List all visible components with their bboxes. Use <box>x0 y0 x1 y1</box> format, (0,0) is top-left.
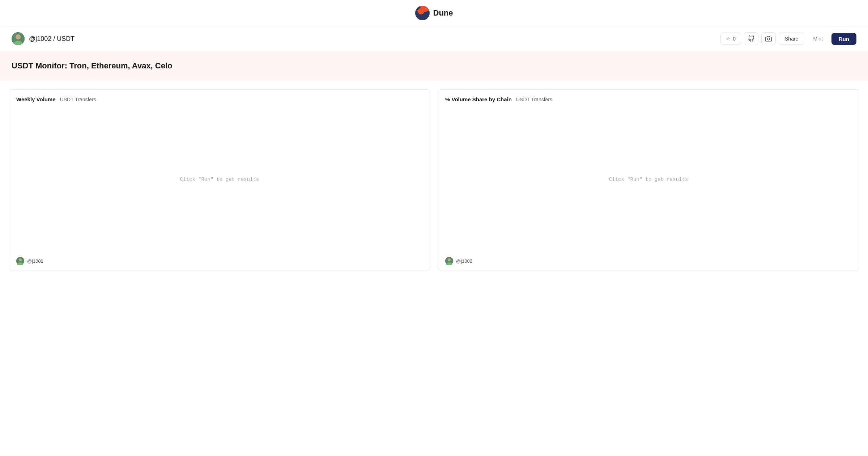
github-button[interactable] <box>744 32 758 45</box>
toolbar-right: ☆ 0 Share Mint Run <box>720 32 856 45</box>
footer-avatar-1 <box>16 257 24 265</box>
page-banner: USDT Monitor: Tron, Ethereum, Avax, Celo <box>0 51 868 81</box>
star-button[interactable]: ☆ 0 <box>720 33 741 45</box>
chart-footer-1: @j1002 <box>9 252 430 270</box>
chart-placeholder-2: Click "Run" to get results <box>609 177 688 182</box>
logo-icon <box>415 6 430 20</box>
star-count: 0 <box>733 36 736 42</box>
star-icon: ☆ <box>726 36 731 42</box>
charts-row: Weekly Volume USDT Transfers Click "Run"… <box>0 89 868 270</box>
chart-body-2: Click "Run" to get results <box>438 107 859 252</box>
breadcrumb-row: @j1002 / USDT ☆ 0 Share Mint Run <box>0 26 868 51</box>
breadcrumb-title: @j1002 / USDT <box>29 35 75 43</box>
camera-icon <box>765 35 772 42</box>
chart-header-2: % Volume Share by Chain USDT Transfers <box>438 90 859 107</box>
chart-title-2: % Volume Share by Chain <box>445 96 512 102</box>
chart-subtitle-2: USDT Transfers <box>516 97 552 102</box>
camera-button[interactable] <box>761 32 776 45</box>
top-nav: Dune <box>0 0 868 26</box>
mint-button[interactable]: Mint <box>807 33 828 45</box>
svg-point-6 <box>19 258 22 261</box>
page-banner-title: USDT Monitor: Tron, Ethereum, Avax, Celo <box>12 61 856 71</box>
chart-subtitle-1: USDT Transfers <box>60 97 96 102</box>
svg-point-4 <box>767 38 770 40</box>
footer-user-2: @j1002 <box>456 258 472 264</box>
logo[interactable]: Dune <box>415 6 453 20</box>
share-button[interactable]: Share <box>779 33 804 45</box>
breadcrumb-left: @j1002 / USDT <box>12 32 75 45</box>
chart-header-1: Weekly Volume USDT Transfers <box>9 90 430 107</box>
chart-title-1: Weekly Volume <box>16 96 56 102</box>
avatar <box>12 32 25 45</box>
chart-placeholder-1: Click "Run" to get results <box>180 177 259 182</box>
logo-text: Dune <box>433 8 453 18</box>
chart-footer-2: @j1002 <box>438 252 859 270</box>
chart-body-1: Click "Run" to get results <box>9 107 430 252</box>
svg-point-1 <box>418 8 424 14</box>
svg-point-3 <box>16 34 21 39</box>
chart-card-2: % Volume Share by Chain USDT Transfers C… <box>438 89 859 270</box>
svg-point-8 <box>448 258 451 261</box>
run-button[interactable]: Run <box>831 33 856 45</box>
footer-user-1: @j1002 <box>27 258 43 264</box>
github-icon <box>748 35 754 42</box>
chart-card-1: Weekly Volume USDT Transfers Click "Run"… <box>9 89 430 270</box>
footer-avatar-2 <box>445 257 453 265</box>
